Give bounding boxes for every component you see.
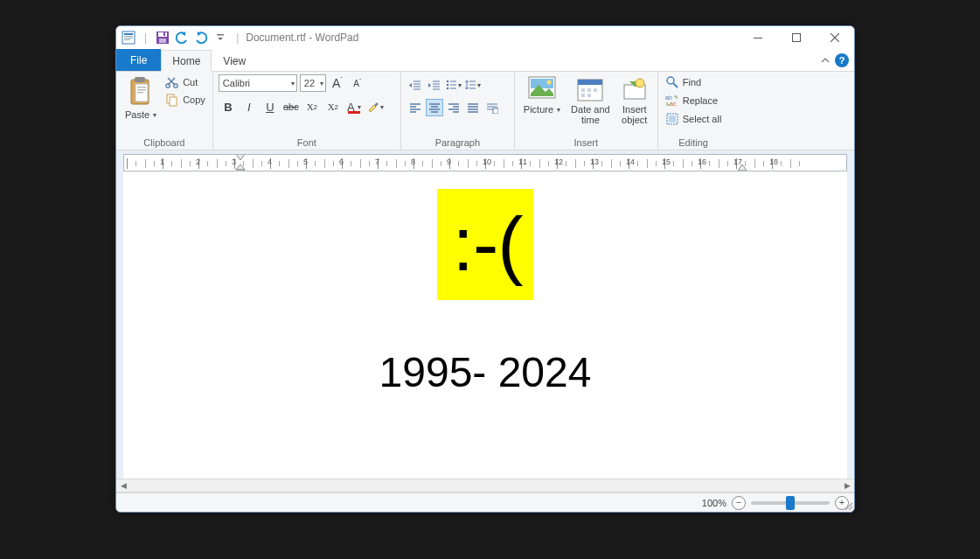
collapse-ribbon-icon[interactable]: [821, 56, 830, 65]
paragraph-group-label: Paragraph: [407, 136, 509, 148]
ruler[interactable]: 321123456789101112131415161718: [123, 154, 847, 171]
file-tab[interactable]: File: [116, 49, 161, 71]
view-tab-label: View: [223, 55, 246, 67]
bold-button[interactable]: B: [219, 97, 238, 116]
font-name-select[interactable]: Calibri▾: [219, 74, 297, 92]
minimize-button[interactable]: [739, 26, 777, 49]
find-icon: [665, 75, 679, 89]
font-size-select[interactable]: 22▾: [300, 74, 326, 92]
line-spacing-button[interactable]: ▾: [464, 76, 482, 94]
subscript-button[interactable]: X2: [302, 97, 322, 116]
ribbon-tabs: File Home View ?: [116, 49, 854, 72]
titlebar: | | Document.rtf - WordPad: [116, 26, 854, 49]
svg-point-19: [174, 84, 177, 87]
bullet-list-button[interactable]: ▾: [445, 76, 462, 94]
first-line-indent-marker[interactable]: [236, 154, 245, 163]
align-left-button[interactable]: [407, 99, 424, 116]
clipboard-group-label: Clipboard: [122, 136, 207, 148]
replace-button[interactable]: abac Replace: [664, 93, 724, 108]
datetime-button[interactable]: Date and time: [567, 74, 614, 127]
decrease-indent-button[interactable]: [407, 76, 424, 94]
strikethrough-button[interactable]: abc: [281, 97, 301, 116]
svg-rect-17: [137, 92, 143, 94]
paragraph-dialog-button[interactable]: [483, 99, 501, 116]
scroll-right-icon[interactable]: ▶: [840, 479, 854, 492]
italic-button[interactable]: I: [240, 97, 259, 116]
copy-label: Copy: [183, 94, 205, 105]
svg-rect-13: [135, 77, 145, 82]
svg-rect-8: [163, 32, 165, 36]
hanging-indent-marker[interactable]: [236, 164, 245, 171]
zoom-value: 100%: [702, 498, 726, 508]
home-tab[interactable]: Home: [161, 50, 212, 72]
align-center-button[interactable]: [426, 99, 443, 116]
help-icon[interactable]: ?: [835, 53, 849, 67]
find-label: Find: [683, 77, 701, 87]
object-label: Insert object: [622, 104, 647, 125]
home-tab-label: Home: [172, 55, 200, 67]
insert-object-button[interactable]: Insert object: [617, 74, 652, 127]
superscript-button[interactable]: X2: [323, 97, 343, 116]
selectall-button[interactable]: Select all: [664, 111, 724, 127]
close-button[interactable]: [816, 26, 854, 49]
font-color-button[interactable]: A▾: [344, 97, 364, 116]
replace-label: Replace: [683, 95, 718, 106]
svg-rect-1: [124, 33, 133, 35]
maximize-button[interactable]: [777, 26, 816, 49]
wordpad-app-icon: [122, 31, 136, 45]
justify-button[interactable]: [464, 99, 482, 116]
resize-grip-icon[interactable]: [843, 500, 853, 511]
svg-rect-16: [137, 89, 146, 91]
page[interactable]: :-( 1995- 2024: [123, 171, 847, 479]
view-tab[interactable]: View: [212, 50, 257, 72]
align-right-button[interactable]: [445, 99, 462, 116]
horizontal-scrollbar[interactable]: ◀ ▶: [116, 479, 854, 493]
chevron-down-icon: ▾: [380, 103, 384, 111]
svg-rect-9: [217, 34, 224, 36]
svg-rect-10: [754, 38, 762, 38]
wordpad-window: | | Document.rtf - WordPad File Home Vie: [115, 25, 855, 513]
highlighted-text-line-1[interactable]: :-(: [437, 189, 532, 300]
shrink-font-button[interactable]: Aˇ: [349, 74, 366, 92]
down-caret-icon: ˇ: [359, 78, 361, 84]
redo-icon[interactable]: [194, 31, 208, 45]
insert-group: Picture▾ Date and time Insert object Ins…: [515, 72, 658, 150]
scroll-left-icon[interactable]: ◀: [116, 479, 130, 492]
underline-button[interactable]: U: [261, 97, 280, 116]
replace-icon: abac: [665, 94, 679, 108]
chevron-down-icon: ▾: [458, 81, 462, 89]
save-icon[interactable]: [156, 31, 170, 45]
svg-rect-15: [137, 87, 146, 88]
undo-icon[interactable]: [175, 31, 189, 45]
svg-text:ac: ac: [670, 101, 677, 107]
zoom-slider-thumb[interactable]: [786, 496, 795, 510]
svg-rect-6: [158, 32, 167, 37]
svg-rect-4: [124, 39, 130, 40]
text-line-2[interactable]: 1995- 2024: [123, 348, 847, 396]
grow-font-button[interactable]: Aˆ: [329, 74, 346, 92]
font-name-value: Calibri: [223, 78, 250, 88]
chevron-down-icon: ▾: [153, 111, 156, 119]
scroll-track[interactable]: [130, 479, 840, 492]
svg-text:ab: ab: [665, 94, 672, 101]
chevron-down-icon: ▾: [477, 81, 481, 89]
svg-point-33: [667, 77, 674, 84]
zoom-slider[interactable]: [751, 501, 830, 505]
copy-button[interactable]: Copy: [163, 92, 207, 108]
right-indent-marker[interactable]: [738, 164, 747, 171]
file-tab-label: File: [130, 54, 147, 66]
paste-button[interactable]: Paste▾: [122, 74, 160, 122]
svg-rect-37: [669, 115, 676, 122]
increase-indent-button[interactable]: [426, 76, 443, 94]
cut-button[interactable]: Cut: [163, 74, 207, 90]
picture-button[interactable]: Picture▾: [520, 74, 564, 116]
qat-customize-icon[interactable]: [213, 31, 227, 45]
highlight-button[interactable]: ▾: [365, 97, 385, 116]
find-button[interactable]: Find: [664, 74, 724, 90]
ribbon: Paste▾ Cut Copy Clipboard: [116, 72, 854, 150]
chevron-down-icon: ▾: [358, 103, 361, 111]
zoom-out-button[interactable]: −: [732, 496, 746, 510]
selectall-label: Select all: [683, 114, 722, 124]
chevron-down-icon: ▾: [291, 80, 295, 87]
picture-label: Picture: [524, 104, 553, 115]
